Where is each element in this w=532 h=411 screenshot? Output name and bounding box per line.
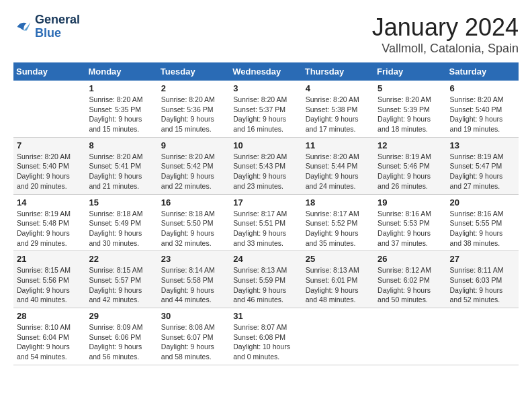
day-cell: 14Sunrise: 8:19 AM Sunset: 5:48 PM Dayli… <box>13 194 85 251</box>
day-cell: 31Sunrise: 8:07 AM Sunset: 6:08 PM Dayli… <box>230 308 302 365</box>
calendar-subtitle: Vallmoll, Catalonia, Spain <box>372 42 519 56</box>
day-info: Sunrise: 8:20 AM Sunset: 5:40 PM Dayligh… <box>450 95 515 134</box>
header-cell-friday: Friday <box>374 62 446 81</box>
day-info: Sunrise: 8:14 AM Sunset: 5:58 PM Dayligh… <box>161 265 226 305</box>
day-info: Sunrise: 8:07 AM Sunset: 6:08 PM Dayligh… <box>233 322 298 362</box>
day-cell <box>302 308 374 365</box>
week-row-1: 1Sunrise: 8:20 AM Sunset: 5:35 PM Daylig… <box>13 81 519 137</box>
logo-line2: Blue <box>35 27 80 40</box>
day-info: Sunrise: 8:13 AM Sunset: 6:01 PM Dayligh… <box>306 265 371 305</box>
calendar-header: SundayMondayTuesdayWednesdayThursdayFrid… <box>13 62 519 81</box>
day-info: Sunrise: 8:20 AM Sunset: 5:37 PM Dayligh… <box>233 95 298 134</box>
day-info: Sunrise: 8:20 AM Sunset: 5:41 PM Dayligh… <box>89 152 154 191</box>
day-number: 19 <box>378 197 443 208</box>
header-cell-saturday: Saturday <box>447 62 519 81</box>
day-number: 11 <box>306 140 371 150</box>
day-cell: 30Sunrise: 8:08 AM Sunset: 6:07 PM Dayli… <box>158 308 230 365</box>
day-number: 6 <box>450 83 515 93</box>
day-info: Sunrise: 8:17 AM Sunset: 5:52 PM Dayligh… <box>306 209 371 248</box>
logo-text: General Blue <box>35 13 80 40</box>
day-cell: 28Sunrise: 8:10 AM Sunset: 6:04 PM Dayli… <box>13 308 85 365</box>
day-cell: 29Sunrise: 8:09 AM Sunset: 6:06 PM Dayli… <box>85 308 157 365</box>
day-cell: 22Sunrise: 8:15 AM Sunset: 5:57 PM Dayli… <box>85 251 157 308</box>
header-row: SundayMondayTuesdayWednesdayThursdayFrid… <box>13 62 519 81</box>
day-info: Sunrise: 8:15 AM Sunset: 5:56 PM Dayligh… <box>17 265 82 305</box>
logo-icon <box>13 17 32 36</box>
day-number: 14 <box>17 197 82 208</box>
header-cell-wednesday: Wednesday <box>230 62 302 81</box>
day-cell: 3Sunrise: 8:20 AM Sunset: 5:37 PM Daylig… <box>230 81 302 137</box>
day-cell: 9Sunrise: 8:20 AM Sunset: 5:42 PM Daylig… <box>158 137 230 194</box>
header-cell-tuesday: Tuesday <box>158 62 230 81</box>
day-info: Sunrise: 8:18 AM Sunset: 5:49 PM Dayligh… <box>89 209 154 248</box>
day-cell: 20Sunrise: 8:16 AM Sunset: 5:55 PM Dayli… <box>447 194 519 251</box>
day-cell: 10Sunrise: 8:20 AM Sunset: 5:43 PM Dayli… <box>230 137 302 194</box>
day-cell: 12Sunrise: 8:19 AM Sunset: 5:46 PM Dayli… <box>374 137 446 194</box>
logo-line1: General <box>35 13 80 27</box>
day-number: 28 <box>17 311 82 321</box>
day-number: 7 <box>17 140 82 150</box>
day-number: 24 <box>233 254 298 264</box>
day-info: Sunrise: 8:20 AM Sunset: 5:36 PM Dayligh… <box>161 95 226 134</box>
day-info: Sunrise: 8:18 AM Sunset: 5:50 PM Dayligh… <box>161 209 226 248</box>
day-number: 4 <box>306 83 371 93</box>
day-cell: 1Sunrise: 8:20 AM Sunset: 5:35 PM Daylig… <box>85 81 157 137</box>
day-cell: 25Sunrise: 8:13 AM Sunset: 6:01 PM Dayli… <box>302 251 374 308</box>
day-number: 18 <box>306 197 371 208</box>
day-number: 9 <box>161 140 226 150</box>
day-number: 12 <box>378 140 443 150</box>
day-number: 3 <box>233 83 298 93</box>
day-info: Sunrise: 8:11 AM Sunset: 6:03 PM Dayligh… <box>450 265 515 305</box>
day-number: 27 <box>450 254 515 264</box>
day-number: 20 <box>450 197 515 208</box>
day-cell: 2Sunrise: 8:20 AM Sunset: 5:36 PM Daylig… <box>158 81 230 137</box>
day-cell <box>13 81 85 137</box>
logo: General Blue <box>13 13 80 40</box>
day-number: 10 <box>233 140 298 150</box>
header-cell-monday: Monday <box>85 62 157 81</box>
day-info: Sunrise: 8:19 AM Sunset: 5:48 PM Dayligh… <box>17 209 82 248</box>
day-cell: 24Sunrise: 8:13 AM Sunset: 5:59 PM Dayli… <box>230 251 302 308</box>
day-info: Sunrise: 8:10 AM Sunset: 6:04 PM Dayligh… <box>17 322 82 362</box>
week-row-2: 7Sunrise: 8:20 AM Sunset: 5:40 PM Daylig… <box>13 137 519 194</box>
week-row-5: 28Sunrise: 8:10 AM Sunset: 6:04 PM Dayli… <box>13 308 519 365</box>
day-cell: 5Sunrise: 8:20 AM Sunset: 5:39 PM Daylig… <box>374 81 446 137</box>
day-cell: 27Sunrise: 8:11 AM Sunset: 6:03 PM Dayli… <box>447 251 519 308</box>
day-number: 15 <box>89 197 154 208</box>
day-info: Sunrise: 8:20 AM Sunset: 5:38 PM Dayligh… <box>306 95 371 134</box>
day-cell <box>374 308 446 365</box>
day-number: 2 <box>161 83 226 93</box>
day-cell: 17Sunrise: 8:17 AM Sunset: 5:51 PM Dayli… <box>230 194 302 251</box>
calendar-body: 1Sunrise: 8:20 AM Sunset: 5:35 PM Daylig… <box>13 81 519 365</box>
day-cell: 19Sunrise: 8:16 AM Sunset: 5:53 PM Dayli… <box>374 194 446 251</box>
day-number: 16 <box>161 197 226 208</box>
day-info: Sunrise: 8:20 AM Sunset: 5:40 PM Dayligh… <box>17 152 82 191</box>
day-info: Sunrise: 8:16 AM Sunset: 5:55 PM Dayligh… <box>450 209 515 248</box>
day-info: Sunrise: 8:17 AM Sunset: 5:51 PM Dayligh… <box>233 209 298 248</box>
day-number: 8 <box>89 140 154 150</box>
day-number: 29 <box>89 311 154 321</box>
day-cell: 11Sunrise: 8:20 AM Sunset: 5:44 PM Dayli… <box>302 137 374 194</box>
week-row-4: 21Sunrise: 8:15 AM Sunset: 5:56 PM Dayli… <box>13 251 519 308</box>
day-cell: 6Sunrise: 8:20 AM Sunset: 5:40 PM Daylig… <box>447 81 519 137</box>
header-cell-sunday: Sunday <box>13 62 85 81</box>
calendar-title: January 2024 <box>372 13 519 42</box>
day-cell <box>447 308 519 365</box>
day-cell: 7Sunrise: 8:20 AM Sunset: 5:40 PM Daylig… <box>13 137 85 194</box>
title-area: January 2024 Vallmoll, Catalonia, Spain <box>372 13 519 56</box>
header: General Blue January 2024 Vallmoll, Cata… <box>13 13 519 56</box>
day-info: Sunrise: 8:15 AM Sunset: 5:57 PM Dayligh… <box>89 265 154 305</box>
day-info: Sunrise: 8:08 AM Sunset: 6:07 PM Dayligh… <box>161 322 226 362</box>
day-cell: 4Sunrise: 8:20 AM Sunset: 5:38 PM Daylig… <box>302 81 374 137</box>
day-number: 5 <box>378 83 443 93</box>
day-number: 26 <box>378 254 443 264</box>
day-info: Sunrise: 8:20 AM Sunset: 5:42 PM Dayligh… <box>161 152 226 191</box>
day-info: Sunrise: 8:20 AM Sunset: 5:44 PM Dayligh… <box>306 152 371 191</box>
day-info: Sunrise: 8:16 AM Sunset: 5:53 PM Dayligh… <box>378 209 443 248</box>
day-info: Sunrise: 8:20 AM Sunset: 5:39 PM Dayligh… <box>378 95 443 134</box>
day-cell: 26Sunrise: 8:12 AM Sunset: 6:02 PM Dayli… <box>374 251 446 308</box>
calendar-table: SundayMondayTuesdayWednesdayThursdayFrid… <box>13 62 519 365</box>
day-cell: 23Sunrise: 8:14 AM Sunset: 5:58 PM Dayli… <box>158 251 230 308</box>
week-row-3: 14Sunrise: 8:19 AM Sunset: 5:48 PM Dayli… <box>13 194 519 251</box>
day-cell: 13Sunrise: 8:19 AM Sunset: 5:47 PM Dayli… <box>447 137 519 194</box>
